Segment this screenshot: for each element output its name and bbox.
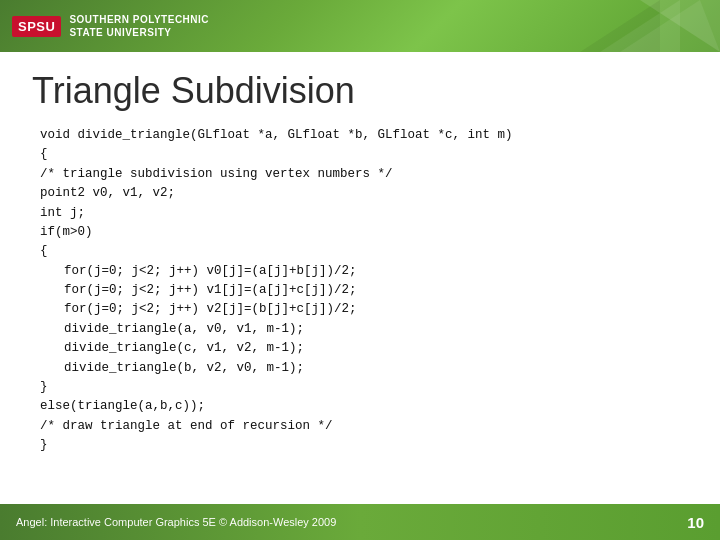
logo-line1: SOUTHERN POLYTECHNIC (69, 13, 209, 26)
code-line-2: { (40, 145, 688, 164)
logo-line2: STATE UNIVERSITY (69, 26, 209, 39)
code-block: void divide_triangle(GLfloat *a, GLfloat… (32, 126, 688, 455)
slide-title: Triangle Subdivision (32, 70, 688, 112)
logo-text: SOUTHERN POLYTECHNIC STATE UNIVERSITY (69, 13, 209, 39)
code-line-8: for(j=0; j<2; j++) v0[j]=(a[j]+b[j])/2; (40, 262, 688, 281)
footer-citation: Angel: Interactive Computer Graphics 5E … (16, 516, 336, 528)
code-line-11: divide_triangle(a, v0, v1, m-1); (40, 320, 688, 339)
header-triangles (520, 0, 720, 52)
code-line-13: divide_triangle(b, v2, v0, m-1); (40, 359, 688, 378)
code-line-3: /* triangle subdivision using vertex num… (40, 165, 688, 184)
code-line-17: } (40, 436, 688, 455)
code-line-6: if(m>0) (40, 223, 688, 242)
code-line-12: divide_triangle(c, v1, v2, m-1); (40, 339, 688, 358)
footer-bar: Angel: Interactive Computer Graphics 5E … (0, 504, 720, 540)
code-line-16: /* draw triangle at end of recursion */ (40, 417, 688, 436)
footer-page-number: 10 (687, 514, 704, 531)
header-bar: SPSU SOUTHERN POLYTECHNIC STATE UNIVERSI… (0, 0, 720, 52)
code-line-9: for(j=0; j<2; j++) v1[j]=(a[j]+c[j])/2; (40, 281, 688, 300)
logo-block: SPSU SOUTHERN POLYTECHNIC STATE UNIVERSI… (12, 13, 209, 39)
code-line-5: int j; (40, 204, 688, 223)
logo-badge: SPSU (12, 16, 61, 37)
code-line-7: { (40, 242, 688, 261)
slide-content: Triangle Subdivision void divide_triangl… (0, 52, 720, 467)
code-line-10: for(j=0; j<2; j++) v2[j]=(b[j]+c[j])/2; (40, 300, 688, 319)
code-line-15: else(triangle(a,b,c)); (40, 397, 688, 416)
code-line-1: void divide_triangle(GLfloat *a, GLfloat… (40, 126, 688, 145)
code-line-14: } (40, 378, 688, 397)
code-line-4: point2 v0, v1, v2; (40, 184, 688, 203)
